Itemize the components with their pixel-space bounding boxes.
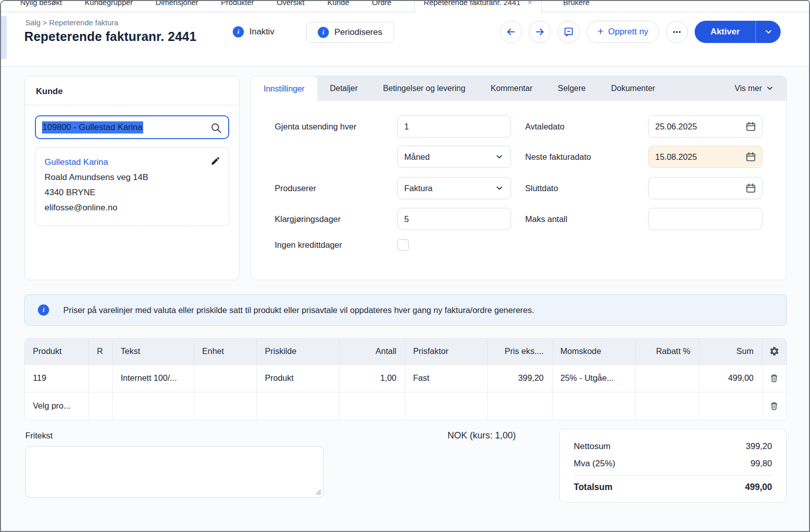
nav-item-kunde[interactable]: Kunde xyxy=(327,0,349,12)
calendar-icon[interactable] xyxy=(745,121,756,132)
cell-sum[interactable]: 499,00 xyxy=(699,364,762,392)
cell-empty[interactable] xyxy=(257,392,339,420)
create-new-button[interactable]: + Opprett ny xyxy=(586,21,660,43)
cell-empty[interactable] xyxy=(112,392,194,420)
cell-tekst[interactable]: Internett 100/... xyxy=(112,364,194,392)
avtaledato-field[interactable]: 25.06.2025 xyxy=(648,115,762,138)
tab-vis-mer[interactable]: Vis mer xyxy=(722,76,786,100)
cell-rabatt[interactable] xyxy=(635,364,699,392)
tab-kommentar[interactable]: Kommentar xyxy=(478,76,545,100)
periodiseres-label: Periodiseres xyxy=(334,27,382,37)
klargjoringsdager-input[interactable]: 5 xyxy=(397,208,511,230)
cell-empty[interactable] xyxy=(339,392,405,420)
calendar-icon[interactable] xyxy=(745,183,756,194)
cell-antall[interactable]: 1,00 xyxy=(339,364,405,392)
cell-empty[interactable] xyxy=(552,392,635,420)
sluttdato-field[interactable] xyxy=(648,177,762,199)
invoice-lines-table: Produkt R Tekst Enhet Priskilde Antall P… xyxy=(24,338,787,420)
produserer-select[interactable]: Faktura xyxy=(397,177,511,199)
table-header-row: Produkt R Tekst Enhet Priskilde Antall P… xyxy=(25,339,786,364)
cell-empty[interactable] xyxy=(89,392,112,420)
delete-row-button[interactable] xyxy=(762,364,786,392)
delete-row-button[interactable] xyxy=(762,392,786,420)
info-icon: i xyxy=(318,27,329,38)
forward-button[interactable] xyxy=(529,21,551,43)
vis-mer-label: Vis mer xyxy=(735,84,762,93)
calendar-icon[interactable] xyxy=(745,151,756,162)
col-priskilde: Priskilde xyxy=(257,339,339,364)
totals-card: Nettosum 399,20 Mva (25%) 99,80 Totalsum… xyxy=(559,429,787,503)
header-actions: + Opprett ny ••• Aktiver xyxy=(500,21,781,43)
tab-betingelser[interactable]: Betingelser og levering xyxy=(370,76,478,100)
col-momskode: Momskode xyxy=(552,339,635,364)
cell-produkt[interactable]: 119 xyxy=(25,364,89,392)
tab-selgere[interactable]: Selgere xyxy=(545,76,599,100)
back-button[interactable] xyxy=(500,21,522,43)
main-content: Kunde 109800 - Gullestad Karina Gullesta… xyxy=(1,67,809,531)
cell-empty[interactable] xyxy=(699,392,762,420)
nav-item-oversikt[interactable]: Oversikt xyxy=(277,0,305,12)
total-sum-label: Totalsum xyxy=(574,482,613,493)
repeat-label: Gjenta utsending hver xyxy=(275,115,395,138)
cell-empty[interactable] xyxy=(487,392,552,420)
more-options-button[interactable]: ••• xyxy=(666,21,688,43)
active-document-tab[interactable]: Repeterende fakturanr. 2441 × xyxy=(414,1,542,13)
maks-antall-input[interactable] xyxy=(648,208,762,230)
cell-r[interactable] xyxy=(89,364,112,392)
close-icon[interactable]: × xyxy=(528,0,532,10)
create-new-label: Opprett ny xyxy=(608,27,648,37)
activate-button[interactable]: Aktiver xyxy=(695,21,755,43)
status-badge-label: Inaktiv xyxy=(249,27,274,37)
cell-produkt-placeholder[interactable]: Velg pro... xyxy=(25,392,89,420)
nav-item-ordre[interactable]: Ordre xyxy=(372,0,391,12)
tab-dokumenter[interactable]: Dokumenter xyxy=(599,76,668,100)
cell-enhet[interactable] xyxy=(194,364,257,392)
activate-label: Aktiver xyxy=(710,27,740,37)
customer-email: elifosse@online.no xyxy=(45,200,220,215)
fritekst-textarea[interactable] xyxy=(25,446,324,498)
tab-strip: Innstillinger Detaljer Betingelser og le… xyxy=(251,76,786,101)
net-sum-value: 399,20 xyxy=(746,441,772,452)
nav-item-produkter[interactable]: Produkter xyxy=(221,0,254,12)
col-sum: Sum xyxy=(699,339,762,364)
activate-dropdown-button[interactable] xyxy=(755,21,781,43)
fritekst-label: Fritekst xyxy=(25,431,53,440)
nav-item-brukere[interactable]: Brukere xyxy=(563,0,590,12)
neste-fakturadato-label: Neste fakturadato xyxy=(525,146,646,168)
vat-row: Mva (25%) 99,80 xyxy=(574,455,772,472)
settings-panel: Innstillinger Detaljer Betingelser og le… xyxy=(250,76,787,280)
table-settings-icon[interactable] xyxy=(762,339,786,364)
nav-item-kundegrupper[interactable]: Kundegrupper xyxy=(85,0,133,12)
edit-pencil-icon[interactable] xyxy=(210,156,221,166)
nav-item-dimensjoner[interactable]: Dimensjoner xyxy=(156,0,198,12)
vat-value: 99,80 xyxy=(750,459,772,469)
net-sum-row: Nettosum 399,20 xyxy=(574,438,772,455)
chevron-down-icon xyxy=(495,152,504,161)
chevron-down-icon xyxy=(764,27,773,36)
col-antall: Antall xyxy=(339,339,405,364)
search-icon[interactable] xyxy=(210,122,222,134)
cell-empty[interactable] xyxy=(635,392,699,420)
comment-button[interactable] xyxy=(558,21,580,43)
table-row: 119 Internett 100/... Produkt 1,00 Fast … xyxy=(25,364,786,392)
cell-momskode[interactable]: 25% - Utgåe... xyxy=(552,364,635,392)
plus-icon: + xyxy=(598,25,604,37)
neste-fakturadato-field[interactable]: 15.08.2025 xyxy=(648,146,762,168)
cell-pris-eks[interactable]: 399,20 xyxy=(487,364,552,392)
customer-name-link[interactable]: Gullestad Karina xyxy=(45,155,220,170)
nav-item-recent[interactable]: Nylig besøkt xyxy=(20,0,62,12)
repeat-unit-select[interactable]: Måned xyxy=(397,146,511,168)
neste-fakturadato-value: 15.08.2025 xyxy=(655,152,697,162)
repeat-interval-input[interactable]: 1 xyxy=(397,115,511,138)
maks-antall-label: Maks antall xyxy=(525,208,646,230)
cell-priskilde[interactable]: Produkt xyxy=(257,364,339,392)
customer-search-input[interactable]: 109800 - Gullestad Karina xyxy=(35,115,229,139)
ingen-kredittdager-checkbox[interactable] xyxy=(397,239,409,251)
cell-empty[interactable] xyxy=(405,392,487,420)
tab-detaljer[interactable]: Detaljer xyxy=(317,76,370,100)
periodiseres-button[interactable]: i Periodiseres xyxy=(306,22,394,43)
breadcrumb[interactable]: Salg > Repeterende faktura xyxy=(25,18,118,27)
tab-innstillinger[interactable]: Innstillinger xyxy=(251,76,317,101)
cell-prisfaktor[interactable]: Fast xyxy=(405,364,487,392)
cell-empty[interactable] xyxy=(194,392,257,420)
